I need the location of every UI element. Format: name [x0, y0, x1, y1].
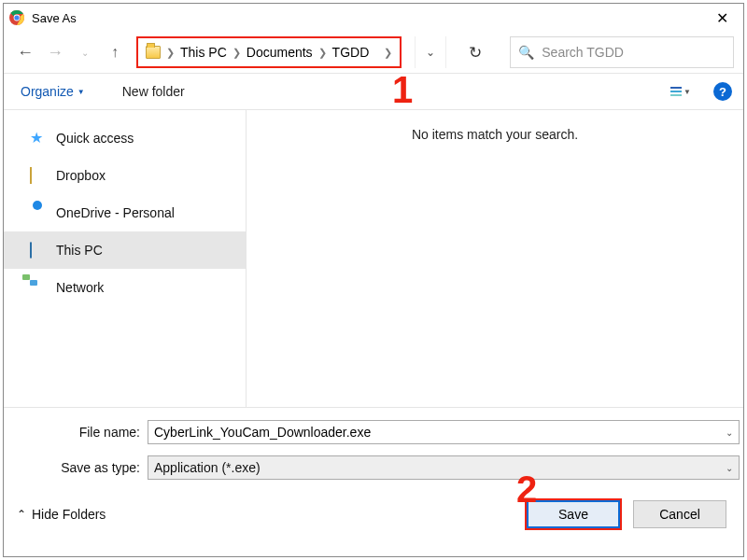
sidebar-item-this-pc[interactable]: This PC — [4, 231, 246, 269]
file-name-value: CyberLink_YouCam_Downloader.exe — [154, 425, 371, 440]
cancel-button[interactable]: Cancel — [633, 500, 726, 528]
save-as-type-select[interactable]: Application (*.exe) ⌄ — [148, 455, 740, 480]
titlebar: Save As ✕ — [4, 4, 743, 32]
save-button-label: Save — [558, 507, 588, 522]
nav-row: ← → ⌄ ↑ ❯ This PC ❯ Documents ❯ TGDD ❯ ⌄… — [4, 32, 743, 73]
address-dropdown[interactable]: ⌄ — [415, 36, 446, 68]
main-area: ★ Quick access Dropbox OneDrive - Person… — [4, 110, 743, 407]
breadcrumb-segment[interactable]: This PC — [180, 45, 227, 60]
file-name-label: File name: — [4, 425, 148, 440]
back-button[interactable]: ← — [17, 43, 34, 63]
file-list-area: No items match your search. — [247, 110, 743, 407]
help-button[interactable]: ? — [713, 82, 732, 101]
save-as-dialog: Save As ✕ ← → ⌄ ↑ ❯ This PC ❯ Documents … — [3, 3, 744, 557]
folder-icon — [146, 46, 161, 59]
hide-folders-toggle[interactable]: ⌃ Hide Folders — [17, 507, 106, 522]
sidebar-item-onedrive[interactable]: OneDrive - Personal — [4, 194, 246, 231]
svg-point-2 — [14, 15, 19, 20]
save-as-type-label: Save as type: — [4, 460, 148, 475]
annotation-1: 1 — [392, 69, 413, 111]
organize-label: Organize — [21, 84, 74, 99]
sidebar-item-label: This PC — [56, 243, 103, 258]
sidebar-item-label: OneDrive - Personal — [56, 205, 175, 220]
breadcrumb-segment[interactable]: Documents — [247, 45, 313, 60]
form-area: File name: CyberLink_YouCam_Downloader.e… — [4, 407, 743, 540]
new-folder-button[interactable]: New folder — [117, 80, 190, 103]
footer: ⌃ Hide Folders Save Cancel — [4, 488, 740, 540]
recent-dropdown[interactable]: ⌄ — [77, 48, 93, 58]
refresh-button[interactable]: ↻ — [459, 36, 491, 68]
chevron-right-icon: ❯ — [166, 47, 175, 59]
forward-button[interactable]: → — [47, 43, 63, 63]
chevron-down-icon: ⌄ — [726, 427, 733, 438]
sidebar-item-network[interactable]: Network — [4, 269, 246, 306]
chevron-right-icon: ❯ — [384, 47, 392, 59]
search-input[interactable]: 🔍 Search TGDD — [510, 36, 734, 68]
organize-menu[interactable]: Organize ▼ — [15, 80, 91, 103]
breadcrumb-segment[interactable]: TGDD — [332, 45, 370, 60]
search-placeholder: Search TGDD — [542, 45, 624, 60]
sidebar-item-label: Dropbox — [56, 168, 106, 183]
chevron-down-icon: ⌄ — [726, 463, 733, 473]
pc-icon — [30, 242, 32, 259]
empty-message: No items match your search. — [412, 127, 578, 142]
close-icon[interactable]: ✕ — [707, 9, 738, 27]
window-title: Save As — [32, 11, 77, 25]
sidebar-item-label: Quick access — [56, 131, 134, 146]
new-folder-label: New folder — [122, 84, 185, 99]
save-button[interactable]: Save — [525, 498, 622, 530]
cancel-button-label: Cancel — [659, 507, 700, 522]
sidebar-item-quick-access[interactable]: ★ Quick access — [4, 119, 246, 157]
hide-folders-label: Hide Folders — [32, 507, 106, 522]
search-icon: 🔍 — [518, 45, 534, 60]
file-name-input[interactable]: CyberLink_YouCam_Downloader.exe ⌄ — [148, 420, 740, 444]
toolbar: Organize ▼ New folder ▼ ? — [4, 73, 743, 110]
chevron-right-icon: ❯ — [233, 47, 241, 59]
sidebar-item-dropbox[interactable]: Dropbox — [4, 157, 246, 194]
chevron-up-icon: ⌃ — [17, 508, 26, 521]
save-as-type-value: Application (*.exe) — [154, 460, 261, 475]
chevron-right-icon: ❯ — [318, 47, 327, 59]
star-icon: ★ — [30, 131, 47, 146]
folder-icon — [30, 167, 32, 184]
annotation-2: 2 — [516, 469, 537, 511]
up-button[interactable]: ↑ — [106, 44, 123, 61]
sidebar-item-label: Network — [56, 280, 104, 295]
chevron-down-icon: ▼ — [78, 88, 85, 96]
breadcrumb[interactable]: ❯ This PC ❯ Documents ❯ TGDD ❯ — [136, 36, 402, 68]
view-icon — [670, 87, 682, 96]
chrome-icon — [9, 10, 24, 25]
sidebar: ★ Quick access Dropbox OneDrive - Person… — [4, 110, 247, 407]
view-options-button[interactable]: ▼ — [670, 83, 697, 100]
chevron-down-icon: ▼ — [684, 88, 691, 96]
